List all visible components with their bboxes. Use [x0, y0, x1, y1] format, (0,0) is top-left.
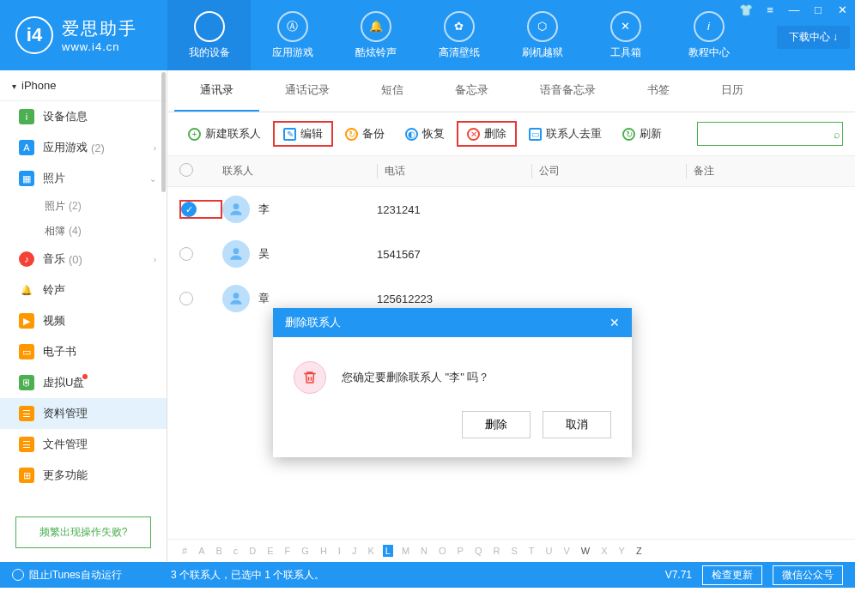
toolbar: +新建联系人 ✎编辑 ↻备份 ◐恢复 ✕删除 ▭联系人去重 ↻刷新 ⌕	[167, 112, 855, 155]
close-icon[interactable]: ✕	[834, 3, 850, 15]
dialog-titlebar[interactable]: 删除联系人 ✕	[273, 308, 632, 337]
alpha-letter[interactable]: P	[455, 545, 466, 557]
sidebar-item-file-mgmt[interactable]: ☰文件管理	[0, 429, 167, 460]
row-checkbox[interactable]	[179, 247, 222, 261]
alpha-letter[interactable]: Z	[634, 545, 645, 557]
sidebar-item-photos[interactable]: ▦照片⌄	[0, 163, 167, 194]
dialog-close-icon[interactable]: ✕	[609, 316, 620, 329]
shirt-icon[interactable]: 👕	[738, 3, 754, 15]
nav-my-device[interactable]: 我的设备	[167, 0, 251, 70]
alpha-letter[interactable]: T	[526, 545, 537, 557]
nav-wallpaper[interactable]: ✿高清壁纸	[417, 0, 500, 70]
new-contact-button[interactable]: +新建联系人	[179, 123, 270, 145]
row-checkbox[interactable]: ✓	[179, 200, 222, 219]
alpha-letter[interactable]: G	[299, 545, 312, 557]
alpha-letter[interactable]: S	[508, 545, 519, 557]
tab-calendar[interactable]: 日历	[695, 70, 769, 112]
sidebar-item-video[interactable]: ▶视频	[0, 305, 167, 336]
logo-area: i4 爱思助手 www.i4.cn	[0, 0, 167, 70]
col-name[interactable]: 联系人	[222, 164, 377, 178]
alpha-letter[interactable]: J	[349, 545, 360, 557]
dialog-delete-button[interactable]: 删除	[462, 411, 531, 438]
wechat-button[interactable]: 微信公众号	[773, 565, 843, 585]
col-company[interactable]: 公司	[531, 164, 686, 178]
help-link[interactable]: 频繁出现操作失败?	[15, 516, 151, 548]
alpha-letter[interactable]: L	[383, 545, 393, 557]
tab-bookmarks[interactable]: 书签	[622, 70, 695, 112]
nav-apps[interactable]: Ⓐ应用游戏	[251, 0, 334, 70]
alpha-letter[interactable]: Q	[472, 545, 485, 557]
restore-button[interactable]: ◐恢复	[397, 123, 453, 145]
sidebar-item-ringtones[interactable]: 🔔铃声	[0, 275, 167, 305]
alpha-letter[interactable]: N	[418, 545, 430, 557]
dedupe-button[interactable]: ▭联系人去重	[520, 123, 610, 145]
tab-notes[interactable]: 备忘录	[429, 70, 514, 112]
avatar-icon	[222, 196, 250, 223]
x-icon: ✕	[467, 128, 480, 141]
delete-button[interactable]: ✕删除	[457, 121, 517, 147]
maximize-icon[interactable]: □	[810, 3, 826, 15]
status-summary: 3 个联系人，已选中 1 个联系人。	[171, 568, 324, 583]
main-nav: 我的设备 Ⓐ应用游戏 🔔酷炫铃声 ✿高清壁纸 ⬡刷机越狱 ✕工具箱 i教程中心	[167, 0, 752, 70]
search-input[interactable]: ⌕	[697, 122, 843, 146]
select-all-checkbox[interactable]	[179, 163, 193, 177]
alpha-letter[interactable]: W	[579, 545, 592, 557]
table-row[interactable]: ✓ 李 1231241	[167, 187, 855, 232]
alpha-letter[interactable]: D	[246, 545, 258, 557]
alpha-letter[interactable]: H	[318, 545, 330, 557]
tab-call-log[interactable]: 通话记录	[259, 70, 355, 112]
alpha-letter[interactable]: E	[264, 545, 276, 557]
sidebar-item-data-mgmt[interactable]: ☰资料管理	[0, 398, 167, 429]
nav-tools[interactable]: ✕工具箱	[584, 0, 667, 70]
sidebar-item-device-info[interactable]: i设备信息	[0, 101, 167, 132]
nav-ringtones[interactable]: 🔔酷炫铃声	[334, 0, 417, 70]
tab-sms[interactable]: 短信	[355, 70, 429, 112]
row-checkbox[interactable]	[179, 292, 222, 305]
dialog-message: 您确定要删除联系人 "李" 吗？	[342, 370, 489, 385]
alpha-letter[interactable]: F	[282, 545, 294, 557]
alpha-letter[interactable]: c	[231, 545, 241, 557]
nav-flash[interactable]: ⬡刷机越狱	[500, 0, 584, 70]
bell-icon: 🔔	[19, 282, 34, 298]
sidebar-sub-photos[interactable]: 照片(2)	[0, 194, 167, 219]
download-center-button[interactable]: 下载中心 ↓	[777, 26, 850, 49]
backup-button[interactable]: ↻备份	[337, 123, 393, 145]
notification-dot-icon	[82, 374, 88, 379]
refresh-button[interactable]: ↻刷新	[614, 123, 670, 145]
sidebar-item-music[interactable]: ♪音乐(0)›	[0, 244, 167, 275]
itunes-block-toggle[interactable]: 阻止iTunes自动运行	[29, 568, 122, 583]
tab-contacts[interactable]: 通讯录	[174, 70, 259, 112]
col-note[interactable]: 备注	[686, 164, 843, 178]
alpha-letter[interactable]: X	[598, 545, 609, 557]
alpha-letter[interactable]: Y	[616, 545, 628, 557]
bell-icon: 🔔	[369, 20, 383, 33]
device-header[interactable]: iPhone	[0, 70, 167, 101]
sidebar-item-more[interactable]: ⊞更多功能	[0, 460, 167, 491]
status-circle-icon[interactable]	[12, 569, 24, 581]
backup-icon: ↻	[345, 128, 358, 141]
minimize-icon[interactable]: —	[786, 3, 802, 15]
alpha-letter[interactable]: I	[336, 545, 343, 557]
dialog-cancel-button[interactable]: 取消	[543, 411, 611, 438]
alpha-letter[interactable]: R	[490, 545, 502, 557]
check-update-button[interactable]: 检查更新	[702, 565, 762, 585]
box-icon: ⬡	[537, 20, 547, 33]
alpha-letter[interactable]: U	[543, 545, 555, 557]
alpha-letter[interactable]: V	[561, 545, 572, 557]
sidebar-item-apps[interactable]: A应用游戏(2)›	[0, 132, 167, 163]
alpha-letter[interactable]: M	[399, 545, 412, 557]
sidebar-sub-albums[interactable]: 相簿(4)	[0, 219, 167, 244]
sidebar-item-udisk[interactable]: ⛨虚拟U盘	[0, 367, 167, 398]
edit-button[interactable]: ✎编辑	[273, 121, 333, 147]
alpha-letter[interactable]: B	[213, 545, 224, 557]
table-row[interactable]: 吴 1541567	[167, 232, 855, 276]
alpha-letter[interactable]: A	[196, 545, 207, 557]
alpha-letter[interactable]: K	[365, 545, 376, 557]
sidebar-item-ebook[interactable]: ▭电子书	[0, 336, 167, 367]
tab-voice-memos[interactable]: 语音备忘录	[514, 70, 622, 112]
col-phone[interactable]: 电话	[377, 164, 531, 178]
menu-icon[interactable]: ≡	[762, 3, 778, 15]
logo-icon: i4	[15, 16, 53, 54]
alpha-letter[interactable]: O	[436, 545, 449, 557]
alpha-letter[interactable]: #	[179, 545, 190, 557]
